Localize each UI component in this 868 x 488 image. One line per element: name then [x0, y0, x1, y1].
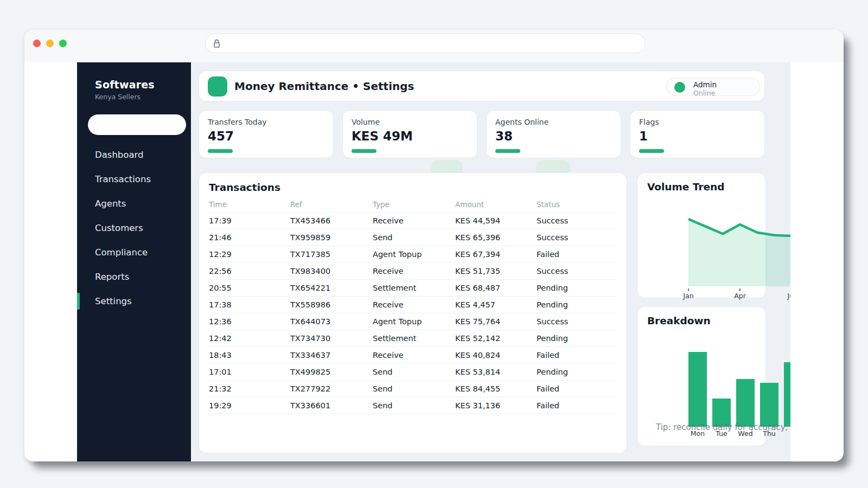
table-row: 21:46TX959859SendKES 65,396Success [209, 229, 617, 246]
stat-underline [352, 149, 376, 153]
stat-label: Agents Online [495, 118, 612, 126]
status-cell: Pending [537, 330, 617, 347]
url-input[interactable] [220, 34, 645, 53]
table-row: 12:42TX734730SettlementKES 52,142Pending [209, 330, 617, 347]
cell: TX277922 [290, 381, 373, 397]
main-content: Money Remittance • Settings Admin Online… [191, 62, 790, 461]
cell: Settlement [373, 280, 455, 297]
status-cell: Success [537, 263, 617, 280]
column-header: Ref [290, 198, 373, 213]
cell: KES 53,814 [455, 364, 537, 381]
bar [688, 352, 707, 427]
volume-trend-title: Volume Trend [647, 181, 765, 192]
desktop: Softwares Kenya Sellers DashboardTransac… [0, 0, 868, 488]
cell: TX654221 [290, 280, 373, 297]
sidebar-item-settings[interactable]: Settings [77, 289, 191, 313]
cell: 18:43 [209, 347, 290, 364]
cell: Receive [373, 347, 455, 364]
status-dot-icon [674, 82, 685, 93]
cell: KES 51,735 [455, 263, 537, 280]
sidebar-search-input[interactable] [88, 114, 186, 135]
sidebar-nav: DashboardTransactionsAgentsCustomersComp… [77, 143, 191, 313]
status-cell: Pending [537, 364, 617, 381]
cell: TX983400 [290, 263, 373, 280]
cell: TX334637 [290, 347, 373, 364]
cell: KES 65,396 [455, 229, 537, 246]
status-cell: Success [537, 229, 617, 246]
cell: KES 31,136 [455, 397, 537, 414]
table-row: 18:43TX334637ReceiveKES 40,824Failed [209, 347, 617, 364]
sidebar-item-customers[interactable]: Customers [77, 216, 191, 240]
user-status: Online [693, 89, 715, 97]
column-header: Amount [455, 198, 537, 213]
svg-text:Apr: Apr [734, 292, 746, 300]
cell: Send [373, 397, 455, 414]
bar [736, 379, 755, 427]
column-header: Type [373, 198, 455, 213]
stat-value: 1 [639, 129, 756, 143]
stat-underline [495, 149, 520, 153]
transactions-title: Transactions [209, 182, 617, 193]
cell: KES 84,455 [455, 381, 537, 397]
user-name: Admin [693, 80, 717, 89]
cell: 21:46 [209, 229, 290, 246]
cell: TX717385 [290, 246, 373, 263]
url-bar [205, 34, 646, 53]
cell: 17:38 [209, 297, 290, 313]
zoom-button[interactable] [59, 40, 67, 47]
status-cell: Failed [537, 381, 617, 397]
stat-value: 38 [495, 129, 612, 143]
breakdown-title: Breakdown [647, 315, 765, 326]
breakdown-card: Breakdown Tip: reconcile daily for accur… [637, 306, 766, 446]
cell: KES 75,764 [455, 313, 537, 330]
bar-label: Tue [712, 429, 731, 438]
status-cell: Failed [537, 347, 617, 364]
table-row: 12:29TX717385Agent TopupKES 67,394Failed [209, 246, 617, 263]
table-row: 17:38TX558986ReceiveKES 4,457Pending [209, 297, 617, 313]
cell: 12:36 [209, 313, 290, 330]
table-row: 22:56TX983400ReceiveKES 51,735Success [209, 263, 617, 280]
cell: Receive [373, 213, 455, 229]
user-badge[interactable]: Admin Online [666, 78, 760, 96]
cell: Agent Topup [373, 246, 455, 263]
lock-icon [213, 39, 220, 48]
cell: KES 4,457 [455, 297, 537, 313]
cell: TX499825 [290, 364, 373, 381]
close-button[interactable] [33, 40, 41, 47]
cell: Receive [373, 297, 455, 313]
cell: KES 52,142 [455, 330, 537, 347]
stat-underline [639, 149, 664, 153]
stat-label: Transfers Today [208, 118, 324, 126]
status-cell: Pending [537, 280, 617, 297]
cell: Send [373, 381, 455, 397]
cell: TX336601 [290, 397, 373, 414]
status-cell: Failed [537, 397, 617, 414]
cell: TX558986 [290, 297, 373, 313]
cell: TX959859 [290, 229, 373, 246]
minimize-button[interactable] [46, 40, 54, 47]
status-cell: Pending [537, 297, 617, 313]
cell: 12:42 [209, 330, 290, 347]
cell: 22:56 [209, 263, 290, 280]
cell: KES 68,487 [455, 280, 537, 297]
app-frame: Softwares Kenya Sellers DashboardTransac… [77, 62, 790, 461]
cell: Send [373, 229, 455, 246]
sidebar-item-reports[interactable]: Reports [77, 265, 191, 289]
cell: TX453466 [290, 213, 373, 229]
cell: TX644073 [290, 313, 373, 330]
stat-card: VolumeKES 49M [342, 110, 477, 158]
table-row: 12:36TX644073Agent TopupKES 75,764Succes… [209, 313, 617, 330]
transactions-card: Transactions TimeRefTypeAmountStatus 17:… [199, 172, 627, 453]
sidebar-item-agents[interactable]: Agents [77, 191, 191, 216]
stat-label: Flags [639, 118, 756, 126]
stat-card: Agents Online38 [486, 110, 621, 158]
cell: 12:29 [209, 246, 290, 263]
status-cell: Failed [537, 246, 617, 263]
status-cell: Success [537, 313, 617, 330]
sidebar-item-transactions[interactable]: Transactions [77, 167, 191, 191]
brand-title: Softwares [95, 79, 155, 91]
sidebar-item-dashboard[interactable]: Dashboard [77, 143, 191, 167]
stat-underline [208, 149, 233, 153]
cell: Settlement [373, 330, 455, 347]
sidebar-item-compliance[interactable]: Compliance [77, 240, 191, 265]
